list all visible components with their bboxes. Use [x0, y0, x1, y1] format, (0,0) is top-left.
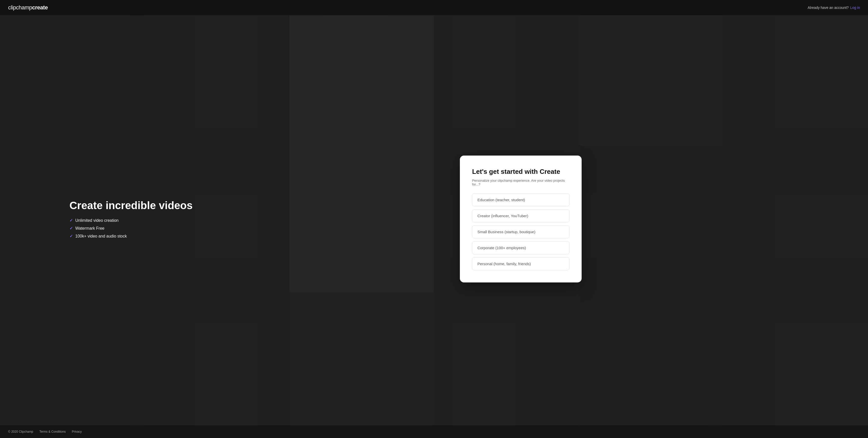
- modal-overlay: Let's get started with Create Personaliz…: [0, 0, 868, 438]
- option-button[interactable]: Creator (influencer, YouTuber): [472, 209, 569, 222]
- option-button[interactable]: Personal (home, family, friends): [472, 257, 569, 270]
- modal-subtitle: Personalize your clipchamp experience. A…: [472, 179, 569, 186]
- option-button[interactable]: Corporate (100+ employees): [472, 241, 569, 254]
- option-button[interactable]: Education (teacher, student): [472, 193, 569, 206]
- modal: Let's get started with Create Personaliz…: [460, 155, 582, 283]
- option-list: Education (teacher, student)Creator (inf…: [472, 193, 569, 270]
- modal-title: Let's get started with Create: [472, 168, 569, 176]
- option-button[interactable]: Small Business (startup, boutique): [472, 225, 569, 238]
